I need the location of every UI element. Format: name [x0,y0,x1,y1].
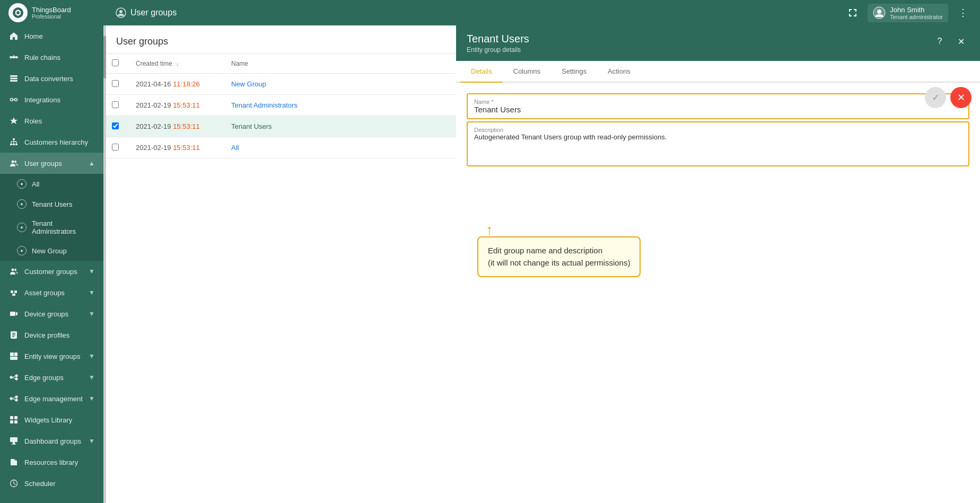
sidebar-item-home[interactable]: Home [0,25,103,47]
user-groups-chevron: ▲ [89,160,95,167]
sidebar-label-roles: Roles [24,117,42,125]
device-profiles-icon [8,330,19,340]
name-field-label: Name * [474,99,962,105]
sidebar-label-integrations: Integrations [24,96,60,104]
rule-chains-icon [8,52,19,63]
roles-icon [8,116,19,126]
sidebar-label-device-groups: Device groups [24,310,68,318]
sidebar-item-all[interactable]: ● All [0,174,103,194]
row-name[interactable]: Tenant Users [223,116,456,137]
sidebar-item-edge-groups[interactable]: Edge groups ▼ [0,367,103,388]
svg-rect-50 [10,416,13,419]
sidebar-item-tenant-administrators[interactable]: ● Tenant Administrators [0,214,103,241]
description-input[interactable]: Autogenerated Tenant Users group with re… [474,133,962,160]
tenant-admins-icon: ● [17,223,27,232]
row-checkbox[interactable] [112,80,119,87]
tabs-bar: Details Columns Settings Actions [456,61,980,83]
sidebar-item-integrations[interactable]: Integrations [0,89,103,110]
sidebar-item-tenant-users[interactable]: ● Tenant Users [0,194,103,214]
sidebar-item-customer-groups[interactable]: Customer groups ▼ [0,261,103,282]
customer-groups-chevron: ▼ [89,268,95,275]
entity-view-groups-chevron: ▼ [89,352,95,360]
sidebar-label-rule-chains: Rule chains [24,54,60,61]
edge-groups-chevron: ▼ [89,374,95,381]
name-input[interactable] [474,105,962,114]
header-page-title: User groups [130,8,177,17]
scheduler-icon [8,478,19,489]
sidebar-item-dashboard-groups[interactable]: Dashboard groups ▼ [0,430,103,452]
row-name[interactable]: Tenant Administrators [223,95,456,116]
sidebar-sub-user-groups: ● All ● Tenant Users ● Tenant Administra… [0,174,103,261]
tenant-users-icon: ● [17,199,27,209]
sidebar-item-device-profiles[interactable]: Device profiles [0,324,103,346]
asset-groups-chevron: ▼ [89,289,95,296]
row-name[interactable]: New Group [223,74,456,95]
row-name-link[interactable]: All [231,144,239,152]
sidebar-item-edge-management[interactable]: Edge management ▼ [0,388,103,409]
sidebar-item-data-converters[interactable]: Data converters [0,68,103,89]
table-content: Created time ↓ Name 2021-04-16 11:18:26 [103,54,456,503]
sidebar-item-resources-library[interactable]: Resources library [0,452,103,473]
sidebar-item-device-groups[interactable]: Device groups ▼ [0,303,103,324]
callout-line2: (it will not change its actual permissio… [488,258,630,267]
row-name-link[interactable]: New Group [231,80,266,88]
svg-rect-30 [12,294,15,296]
callout-tooltip: ↑ Edit group name and description (it wi… [477,236,641,277]
row-name[interactable]: All [223,137,456,158]
row-created-time: 2021-02-19 15:53:11 [127,137,223,158]
table-row[interactable]: 2021-04-16 11:18:26 New Group [103,74,456,95]
svg-rect-32 [16,312,18,315]
header-actions: John Smith Tenant administrator ⋮ [844,4,972,22]
more-menu-button[interactable]: ⋮ [955,4,972,21]
tab-settings[interactable]: Settings [551,61,597,83]
sidebar-item-entity-view-groups[interactable]: Entity view groups ▼ [0,346,103,367]
table-row[interactable]: 2021-02-19 15:53:11 All [103,137,456,158]
row-checkbox[interactable] [112,144,119,151]
tab-details[interactable]: Details [460,61,503,83]
sidebar-label-scheduler: Scheduler [24,480,56,488]
sidebar-label-dashboard-groups: Dashboard groups [24,437,81,445]
discard-button[interactable]: ✕ [950,87,972,108]
user-groups-icon [8,158,19,169]
dashboard-groups-icon [8,436,19,446]
sidebar-label-widgets-library: Widgets Library [24,416,72,424]
table-row[interactable]: 2021-02-19 15:53:11 Tenant Users [103,116,456,137]
device-groups-icon [8,308,19,319]
svg-rect-10 [10,78,18,80]
sidebar-item-rule-chains[interactable]: Rule chains [0,47,103,68]
select-all-checkbox[interactable] [112,59,119,66]
row-checkbox[interactable] [112,101,119,108]
help-button[interactable]: ? [931,33,948,50]
sidebar-label-edge-management: Edge management [24,395,83,403]
name-field-container: Name * [467,93,969,119]
svg-line-44 [12,377,15,379]
row-name-link[interactable]: Tenant Administrators [231,101,298,109]
discard-icon: ✕ [957,92,965,103]
sidebar-item-asset-groups[interactable]: Asset groups ▼ [0,282,103,303]
close-panel-button[interactable]: ✕ [952,33,969,50]
col-header-created-time[interactable]: Created time ↓ [127,54,223,74]
tab-columns[interactable]: Columns [503,61,551,83]
help-icon: ? [938,37,942,46]
confirm-button[interactable]: ✓ [925,87,946,108]
row-checkbox[interactable] [112,122,119,129]
description-field-container: Description Autogenerated Tenant Users g… [467,121,969,166]
row-name-link[interactable]: Tenant Users [231,122,272,130]
tab-actions[interactable]: Actions [597,61,641,83]
edge-groups-icon [8,372,19,383]
sidebar-item-new-group[interactable]: ● New Group [0,241,103,261]
sidebar-item-scheduler[interactable]: Scheduler [0,473,103,494]
content-area: User groups Created time ↓ [103,25,980,503]
sidebar-item-customers-hierarchy[interactable]: Customers hierarchy [0,131,103,153]
svg-point-8 [16,57,18,58]
sidebar-item-user-groups[interactable]: User groups ▲ [0,153,103,174]
user-profile[interactable]: John Smith Tenant administrator [868,4,948,22]
table-panel-header: User groups [103,25,456,54]
time-highlight: 15:53:11 [173,144,200,152]
fullscreen-button[interactable] [844,4,861,21]
sidebar-item-roles[interactable]: Roles [0,110,103,131]
sidebar-item-widgets-library[interactable]: Widgets Library [0,409,103,430]
col-header-name[interactable]: Name [223,54,456,74]
table-row[interactable]: 2021-02-19 15:53:11 Tenant Administrator… [103,95,456,116]
svg-rect-39 [10,357,18,360]
